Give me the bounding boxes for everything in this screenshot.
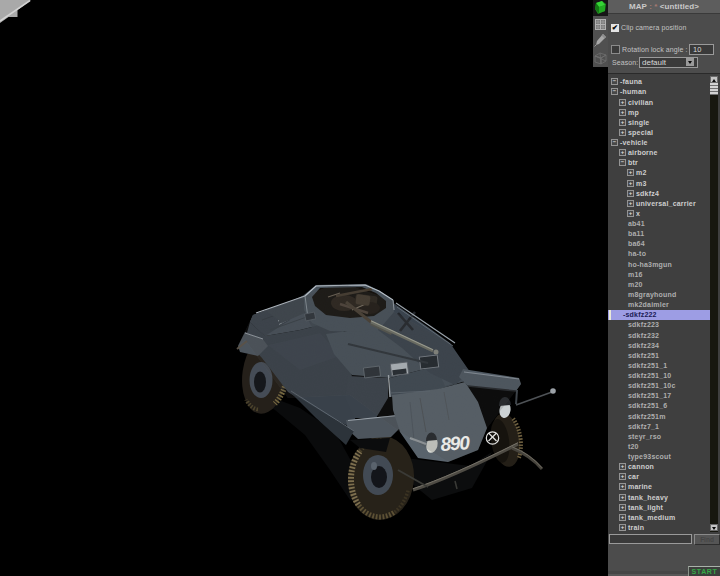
svg-text:890: 890 [440,432,471,455]
